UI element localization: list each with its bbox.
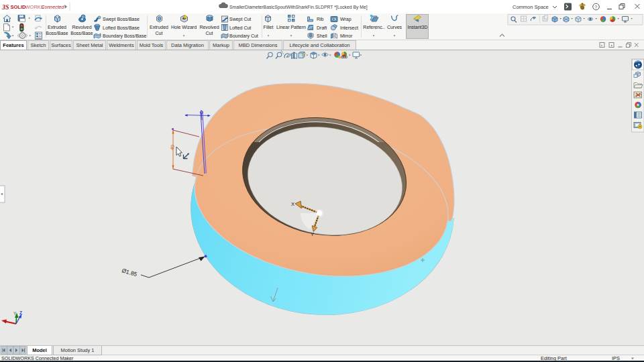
svg-text:Y: Y <box>311 231 314 237</box>
svg-text:Ø1.85: Ø1.85 <box>121 267 138 278</box>
svg-text:X: X <box>291 201 294 207</box>
svg-text:Connected: Connected <box>42 5 65 9</box>
svg-text:Z: Z <box>19 310 22 315</box>
svg-text:a: a <box>333 17 335 21</box>
svg-text:?: ? <box>594 5 597 9</box>
svg-text:40: 40 <box>170 144 175 150</box>
svg-text:SOLID: SOLID <box>11 4 27 10</box>
svg-text:Y: Y <box>13 311 17 316</box>
svg-text:ЗS: ЗS <box>1 3 9 11</box>
